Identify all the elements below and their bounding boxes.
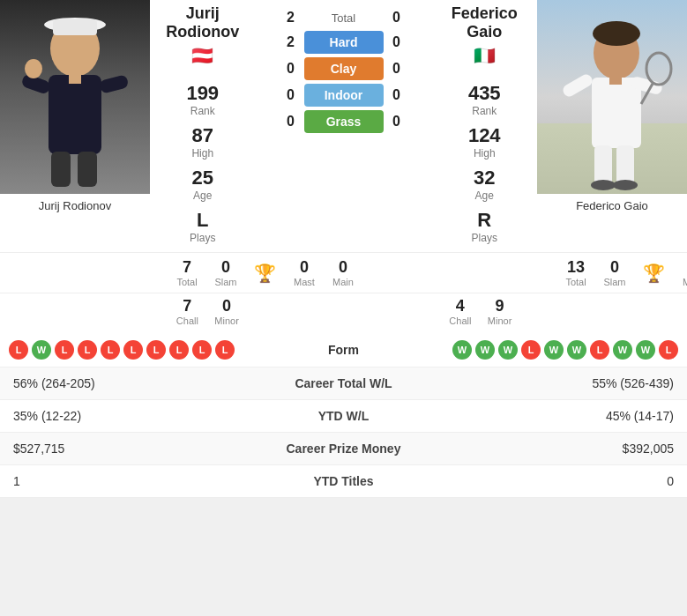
svg-rect-22 — [594, 145, 612, 185]
right-player-stats: Federico Gaio 🇮🇹 435 Rank 124 High 32 Ag… — [432, 0, 538, 252]
center-spacer — [371, 258, 548, 287]
form-right-badge-4: W — [544, 340, 564, 360]
court-rows: 2 Hard 0 0 Clay 0 0 Indoor 0 0 Grass 0 — [278, 27, 410, 137]
form-right-badge-7: W — [613, 340, 632, 360]
stats-table: 56% (264-205) Career Total W/L 55% (526-… — [0, 367, 687, 498]
form-right: WWWLWWLWWL — [432, 340, 679, 360]
form-right-badge-6: L — [590, 340, 609, 360]
right-player-name-below: Federico Gaio — [537, 194, 687, 218]
svg-point-15 — [593, 21, 640, 46]
left-rank: 199 Rank — [186, 82, 219, 117]
left-slam-cell: 0 Slam — [206, 258, 245, 287]
svg-rect-11 — [78, 152, 97, 187]
player-stats-bottom-row: 7 Total 0 Slam 🏆 0 Mast 0 Main 13 — [0, 252, 687, 293]
left-player-stats: Jurij Rodionov 🇦🇹 199 Rank 87 High 25 Ag… — [150, 0, 256, 252]
right-player-column: Federico Gaio — [537, 0, 687, 252]
form-right-badge-0: W — [452, 340, 472, 360]
left-name-flag: Jurij Rodionov 🇦🇹 — [159, 4, 247, 73]
left-main-cell: 0 Main — [324, 258, 362, 287]
left-player-name: Jurij Rodionov — [159, 4, 247, 41]
form-right-badge-1: W — [475, 340, 495, 360]
left-player-column: Jurij Rodionov — [0, 0, 150, 252]
svg-point-25 — [613, 180, 638, 190]
stats-row-3: 1 YTD Titles 0 — [0, 465, 687, 498]
form-left-badge-0: L — [9, 340, 28, 360]
right-player-flag: 🇮🇹 — [441, 45, 529, 66]
center-column: 2 Total 0 2 Hard 0 0 Clay 0 0 Indoor 0 0… — [256, 0, 432, 252]
form-left-badge-7: L — [169, 340, 189, 360]
top-area: Jurij Rodionov Jurij Rodionov 🇦🇹 199 Ran… — [0, 0, 687, 252]
right-total-cell: 13 Total — [556, 258, 595, 287]
form-left-badge-8: L — [192, 340, 212, 360]
court-row-hard: 2 Hard 0 — [278, 31, 410, 54]
right-age: 32 Age — [474, 167, 495, 202]
right-minor-cell: 9 Minor — [481, 297, 519, 326]
court-row-clay: 0 Clay 0 — [278, 57, 410, 80]
left-plays: L Plays — [190, 209, 215, 244]
right-slam-cell: 0 Slam — [595, 258, 634, 287]
court-row-grass: 0 Grass 0 — [278, 110, 410, 133]
svg-rect-21 — [609, 76, 622, 85]
form-left-badge-6: L — [146, 340, 166, 360]
left-age: 25 Age — [192, 167, 213, 202]
form-row: LWLLLLLLLL Form WWWLWWLWWL — [0, 333, 687, 367]
left-total-cell: 7 Total — [168, 258, 206, 287]
right-chall-cell: 4 Chall — [441, 297, 480, 326]
form-right-badge-9: L — [659, 340, 678, 360]
svg-rect-4 — [53, 19, 97, 35]
form-right-badge-8: W — [636, 340, 655, 360]
trophy-center-left: 🏆 — [254, 258, 276, 287]
right-rank: 435 Rank — [468, 82, 501, 117]
form-left-badge-5: L — [123, 340, 143, 360]
svg-rect-8 — [69, 73, 81, 84]
right-name-flag: Federico Gaio 🇮🇹 — [441, 4, 529, 73]
right-high: 124 High — [468, 124, 501, 160]
svg-rect-10 — [51, 152, 71, 187]
form-right-badge-2: W — [498, 340, 518, 360]
form-right-badge-3: L — [521, 340, 541, 360]
form-left-badge-4: L — [101, 340, 120, 360]
form-label: Form — [256, 343, 432, 357]
form-left: LWLLLLLLLL — [9, 340, 256, 360]
left-minor-cell: 0 Minor — [207, 297, 246, 326]
main-container: Jurij Rodionov Jurij Rodionov 🇦🇹 199 Ran… — [0, 0, 687, 498]
stats-row-1: 35% (12-22) YTD W/L 45% (14-17) — [0, 400, 687, 433]
left-player-photo — [0, 0, 150, 194]
right-player-photo — [537, 0, 687, 194]
left-player-flag: 🇦🇹 — [159, 45, 247, 66]
court-row-indoor: 0 Indoor 0 — [278, 84, 410, 107]
form-left-badge-3: L — [78, 340, 97, 360]
left-stats-detailed2: 0 Mast 0 Main — [276, 258, 371, 287]
left-high: 87 High — [191, 124, 213, 160]
svg-point-24 — [591, 180, 616, 190]
trophy-center-right: 🏆 — [643, 258, 665, 287]
stats-row-2: $527,715 Career Prize Money $392,005 — [0, 433, 687, 465]
form-left-badge-9: L — [215, 340, 235, 360]
form-left-badge-2: L — [55, 340, 74, 360]
form-left-badge-1: W — [32, 340, 51, 360]
form-right-badge-5: W — [567, 340, 586, 360]
svg-rect-5 — [49, 75, 101, 154]
left-chall-cell: 7 Chall — [168, 297, 206, 326]
total-row: 2 Total 0 — [278, 10, 410, 26]
right-plays: R Plays — [472, 209, 497, 244]
left-player-name-below: Jurij Rodionov — [0, 194, 150, 218]
left-mast-cell: 0 Mast — [285, 258, 324, 287]
svg-rect-23 — [616, 145, 634, 185]
left-stats-placeholder — [9, 258, 159, 287]
right-stats-detailed2: 0 Mast 0 Main — [665, 258, 687, 287]
chall-minor-row: 7 Chall 0 Minor 4 Chall 9 Minor — [0, 293, 687, 333]
svg-point-9 — [25, 59, 42, 78]
stats-row-0: 56% (264-205) Career Total W/L 55% (526-… — [0, 367, 687, 400]
right-player-name: Federico Gaio — [441, 4, 529, 41]
right-mast-cell: 0 Mast — [674, 258, 687, 287]
left-stats-detailed: 7 Total 0 Slam — [159, 258, 254, 287]
right-stats-detailed: 13 Total 0 Slam — [548, 258, 643, 287]
